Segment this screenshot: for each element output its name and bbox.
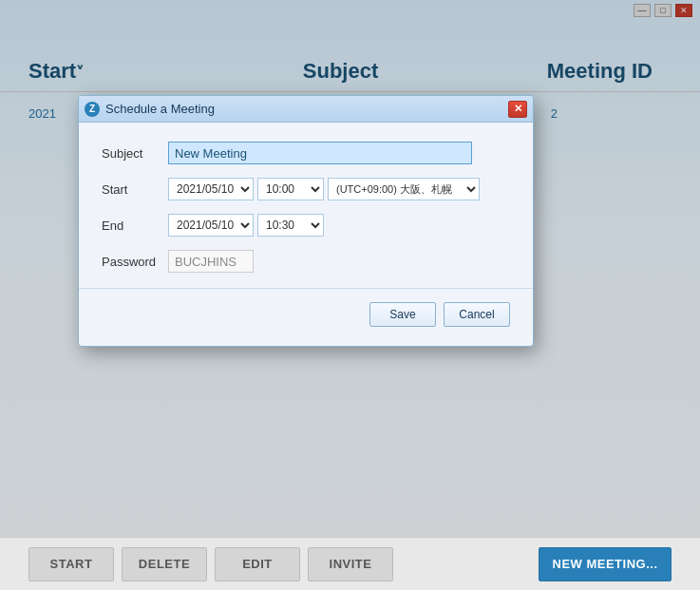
- cancel-button[interactable]: Cancel: [444, 302, 510, 327]
- start-time-select[interactable]: 10:00: [257, 178, 324, 200]
- end-row: End 2021/05/10 10:30: [102, 214, 510, 237]
- start-button[interactable]: START: [28, 547, 114, 581]
- start-row: Start 2021/05/10 10:00 (UTC+09:00) 大阪、札幌: [102, 178, 510, 200]
- background-window: — □ ✕ Start˅ Subject Meeting ID 2021 2 Z…: [0, 0, 700, 590]
- end-datetime-group: 2021/05/10 10:30: [168, 214, 324, 237]
- end-time-select[interactable]: 10:30: [257, 214, 324, 237]
- modal-footer: Save Cancel: [102, 302, 510, 331]
- start-timezone-select[interactable]: (UTC+09:00) 大阪、札幌: [328, 178, 480, 200]
- modal-titlebar: Z Schedule a Meeting ✕: [79, 96, 533, 123]
- end-date-select[interactable]: 2021/05/10: [168, 214, 254, 237]
- password-input[interactable]: [168, 250, 254, 273]
- start-date-select[interactable]: 2021/05/10: [168, 178, 254, 200]
- modal-app-icon: Z: [85, 102, 100, 117]
- start-datetime-group: 2021/05/10 10:00 (UTC+09:00) 大阪、札幌: [168, 178, 480, 200]
- schedule-meeting-dialog: Z Schedule a Meeting ✕ Subject Start 202…: [78, 95, 534, 347]
- subject-label: Subject: [102, 146, 168, 161]
- delete-button[interactable]: DELETE: [122, 547, 207, 581]
- password-row: Password: [102, 250, 510, 273]
- new-meeting-button[interactable]: NEW MEETING...: [539, 547, 672, 581]
- password-label: Password: [102, 255, 168, 269]
- invite-button[interactable]: INVITE: [308, 547, 393, 581]
- save-button[interactable]: Save: [369, 302, 436, 327]
- edit-button[interactable]: EDIT: [215, 547, 300, 581]
- subject-row: Subject: [102, 142, 510, 164]
- bottom-toolbar: START DELETE EDIT INVITE NEW MEETING...: [0, 537, 700, 590]
- modal-body: Subject Start 2021/05/10 10:00 (UTC+09:0…: [79, 123, 533, 346]
- end-label: End: [102, 219, 168, 233]
- start-label: Start: [102, 182, 168, 197]
- modal-title: Schedule a Meeting: [105, 102, 502, 116]
- modal-divider: [79, 288, 533, 289]
- subject-input[interactable]: [168, 142, 472, 164]
- modal-close-button[interactable]: ✕: [508, 101, 527, 118]
